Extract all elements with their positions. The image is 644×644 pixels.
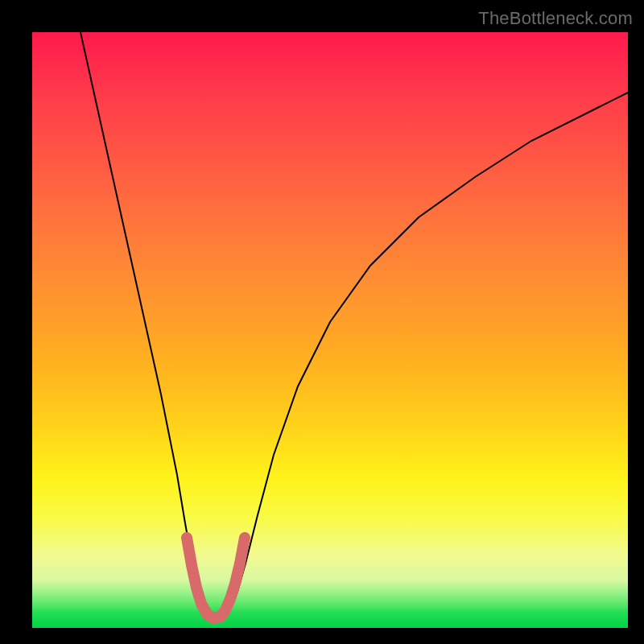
plot-area (32, 32, 628, 628)
chart-frame: TheBottleneck.com (0, 0, 644, 644)
watermark-text: TheBottleneck.com (478, 8, 633, 29)
curve-layer (32, 32, 628, 628)
valley-highlight (187, 538, 245, 618)
bottleneck-curve (80, 32, 628, 618)
